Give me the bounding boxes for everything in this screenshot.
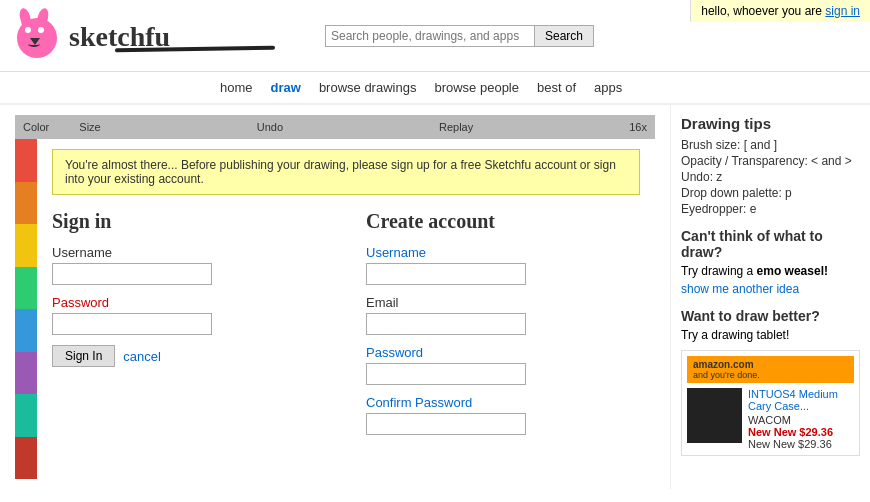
color-blue[interactable] xyxy=(15,309,37,352)
nav-best-of[interactable]: best of xyxy=(537,80,576,95)
ca-email-field-group: Email xyxy=(366,295,640,335)
sidebar: Drawing tips Brush size: [ and ] Opacity… xyxy=(670,105,870,489)
ca-password-label: Password xyxy=(366,345,640,360)
product-price-1: New $29.36 xyxy=(774,426,833,438)
search-input[interactable] xyxy=(325,25,535,47)
ca-confirm-password-field-group: Confirm Password xyxy=(366,395,640,435)
show-idea-link[interactable]: show me another idea xyxy=(681,282,860,296)
color-orange[interactable] xyxy=(15,182,37,225)
forms-row: Sign in Username Password Sign In cancel xyxy=(52,210,640,445)
warning-box: You're almost there... Before publishing… xyxy=(52,149,640,195)
draw-suggestion: Try drawing a emo weasel! xyxy=(681,264,860,278)
logo-area: sketchfu xyxy=(10,8,275,63)
want-better-section: Want to draw better? Try a drawing table… xyxy=(681,308,860,342)
ca-username-input[interactable] xyxy=(366,263,526,285)
color-purple[interactable] xyxy=(15,352,37,395)
search-area: Search xyxy=(325,25,594,47)
sign-in-title: Sign in xyxy=(52,210,326,233)
username-label: Username xyxy=(52,245,326,260)
main-content: Color Size Undo Replay 16x xyxy=(0,105,870,489)
sign-in-button[interactable]: Sign In xyxy=(52,345,115,367)
toolbar-undo[interactable]: Undo xyxy=(257,121,283,133)
header: sketchfu Search hello, whoever you are s… xyxy=(0,0,870,72)
tips-title: Drawing tips xyxy=(681,115,860,132)
bunny-eye-left xyxy=(25,27,31,33)
amazon-logo: amazon.com and you're done. xyxy=(687,356,854,383)
tip-brush-size: Brush size: [ and ] xyxy=(681,138,860,152)
toolbar-color: Color xyxy=(23,121,49,133)
color-green[interactable] xyxy=(15,267,37,310)
ca-username-field-group: Username xyxy=(366,245,640,285)
hello-text: hello, whoever you are xyxy=(701,4,825,18)
amazon-ad: amazon.com and you're done. INTUOS4 Medi… xyxy=(681,350,860,456)
drawing-tips: Drawing tips Brush size: [ and ] Opacity… xyxy=(681,115,860,216)
amazon-tagline: and you're done. xyxy=(693,370,848,380)
ca-username-label: Username xyxy=(366,245,640,260)
ca-email-label: Email xyxy=(366,295,640,310)
password-field-group: Password xyxy=(52,295,326,335)
bunny-eye-right xyxy=(38,27,44,33)
cant-draw-title: Can't think of what to draw? xyxy=(681,228,860,260)
amazon-logo-text: amazon.com xyxy=(693,359,848,370)
color-crimson[interactable] xyxy=(15,437,37,480)
nav-apps[interactable]: apps xyxy=(594,80,622,95)
tablet-text: Try a drawing tablet! xyxy=(681,328,860,342)
cancel-link[interactable]: cancel xyxy=(123,349,161,364)
create-account-form: Create account Username Email Password xyxy=(366,210,640,445)
drawing-toolbar: Color Size Undo Replay 16x xyxy=(15,115,655,139)
sign-in-link[interactable]: sign in xyxy=(825,4,860,18)
cant-draw-section: Can't think of what to draw? Try drawing… xyxy=(681,228,860,296)
content-area: Color Size Undo Replay 16x xyxy=(0,105,670,489)
logo-bunny xyxy=(10,8,65,63)
tip-undo: Undo: z xyxy=(681,170,860,184)
ca-confirm-password-label: Confirm Password xyxy=(366,395,640,410)
color-yellow[interactable] xyxy=(15,224,37,267)
ca-email-input[interactable] xyxy=(366,313,526,335)
bunny-smile xyxy=(28,41,40,47)
username-input[interactable] xyxy=(52,263,212,285)
tip-opacity: Opacity / Transparency: < and > xyxy=(681,154,860,168)
nav-home[interactable]: home xyxy=(220,80,253,95)
nav-draw[interactable]: draw xyxy=(271,80,301,95)
sign-in-actions: Sign In cancel xyxy=(52,345,326,367)
product-company: WACOM xyxy=(748,414,854,426)
toolbar-zoom: 16x xyxy=(629,121,647,133)
nav-browse-drawings[interactable]: browse drawings xyxy=(319,80,417,95)
ca-password-field-group: Password xyxy=(366,345,640,385)
search-button[interactable]: Search xyxy=(535,25,594,47)
product-info: INTUOS4 Medium Cary Case... WACOM New Ne… xyxy=(748,388,854,450)
product-new-label: New New $29.36 xyxy=(748,426,854,438)
color-teal[interactable] xyxy=(15,394,37,437)
ca-password-input[interactable] xyxy=(366,363,526,385)
warning-text: You're almost there... Before publishing… xyxy=(65,158,616,186)
color-palette-strip xyxy=(15,139,37,479)
amazon-product: INTUOS4 Medium Cary Case... WACOM New Ne… xyxy=(687,388,854,450)
product-link[interactable]: INTUOS4 Medium Cary Case... xyxy=(748,388,854,412)
password-input[interactable] xyxy=(52,313,212,335)
username-field-group: Username xyxy=(52,245,326,285)
color-red[interactable] xyxy=(15,139,37,182)
tip-palette: Drop down palette: p xyxy=(681,186,860,200)
form-container: You're almost there... Before publishing… xyxy=(37,139,655,479)
toolbar-size: Size xyxy=(79,121,100,133)
create-account-title: Create account xyxy=(366,210,640,233)
want-better-title: Want to draw better? xyxy=(681,308,860,324)
nav-browse-people[interactable]: browse people xyxy=(434,80,519,95)
nav-bar: home draw browse drawings browse people … xyxy=(0,72,870,105)
ca-confirm-password-input[interactable] xyxy=(366,413,526,435)
product-new-label2: New New $29.36 xyxy=(748,438,854,450)
hello-bar: hello, whoever you are sign in xyxy=(690,0,870,22)
sign-in-form: Sign in Username Password Sign In cancel xyxy=(52,210,326,445)
product-price-2: New $29.36 xyxy=(773,438,832,450)
toolbar-replay[interactable]: Replay xyxy=(439,121,473,133)
product-image xyxy=(687,388,742,443)
tip-eyedropper: Eyedropper: e xyxy=(681,202,860,216)
drawing-area: You're almost there... Before publishing… xyxy=(15,139,655,479)
password-label: Password xyxy=(52,295,326,310)
